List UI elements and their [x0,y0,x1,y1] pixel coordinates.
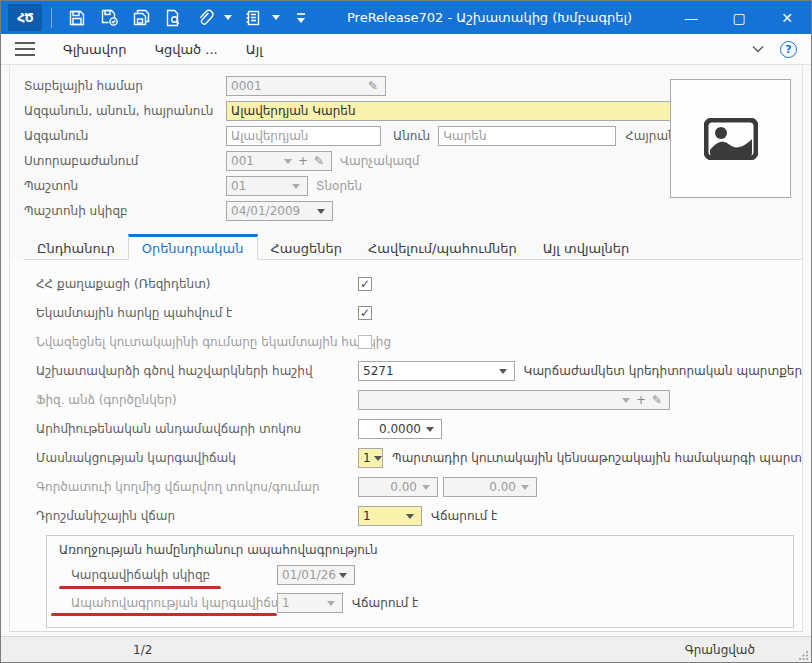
insurance-status-start-label: Կարգավիճակի սկիզբ [71,568,277,582]
window-controls: — ▢ ✕ [667,1,811,34]
save-icon[interactable] [64,5,90,31]
edit-pencil-icon[interactable]: ✎ [368,79,378,93]
employee-photo-placeholder[interactable] [670,79,791,198]
position-start-label: Պաշտոնի սկիզբ [24,204,226,218]
firstname-label: Անուն [393,129,430,143]
journal-dropdown-icon[interactable] [269,15,283,20]
firstname-field[interactable]: Կարեն [438,126,616,146]
tab-additions-deductions[interactable]: Հավելում/պահումներ [355,234,530,259]
menubar: Գլխավոր Կցված ... Այլ ? [1,34,811,65]
income-tax-label: Եկամտային հարկը պահվում է [36,306,358,320]
employer-percent-combo[interactable]: 0.00 [358,477,438,497]
edit-pencil-icon[interactable]: ✎ [314,154,324,168]
salary-account-label: Աշխատավարձի գծով հաշվարկների հաշիվ [36,364,358,378]
physical-person-combo[interactable]: + ✎ [358,390,670,410]
overflow-icon[interactable] [288,5,314,31]
tab-other-data[interactable]: Այլ տվյալներ [530,234,643,259]
participation-status-note: Պարտադիր կուտակային կենսաթոշակային համակ… [392,451,802,465]
red-underline-annotation [51,613,277,616]
fullname-field[interactable]: Ալավերդյան Կարեն [226,101,678,121]
dropdown-arrow-icon[interactable] [622,398,630,403]
employer-paid-label: Գործատուի կողմից վճարվող տոկոս/գումար [36,480,358,494]
dropdown-arrow-icon[interactable] [422,485,430,490]
insurance-status-label: Ապահովագրության կարգավիճակ [71,596,277,610]
salary-account-combo[interactable]: 5271 [358,361,515,381]
menu-item-main[interactable]: Գլխավոր [63,42,126,57]
dropdown-arrow-icon[interactable] [284,159,292,164]
union-fee-label: Արհմիութենական անդամավճարի տոկոս [36,422,358,436]
union-fee-combo[interactable]: 0.0000 [358,419,442,439]
employer-amount-combo[interactable]: 0.00 [443,477,537,497]
tabel-number-field[interactable]: 0001 ✎ [226,76,386,96]
add-icon[interactable]: + [636,393,646,407]
participation-status-combo[interactable]: 1 [358,448,383,468]
lastname-field[interactable]: Ալավերդյան [226,126,381,146]
titlebar: ՀԾ [1,1,811,34]
salary-account-name: Կարճաժամկետ կրեդիտորական պարտքեր [524,364,802,378]
insurance-status-start-combo[interactable]: 01/01/26 [277,565,355,585]
dropdown-arrow-icon[interactable] [521,485,529,490]
dropdown-arrow-icon[interactable] [426,427,434,432]
save-new-icon[interactable] [128,5,154,31]
stamp-fee-label: Դրոշմանիշային վճար [36,509,358,523]
dropdown-arrow-icon[interactable] [339,573,347,578]
resident-label: ՀՀ քաղաքացի (Ռեզիդենտ) [36,277,358,291]
insurance-group-title: Առողջության համընդհանուր ապահովագրությու… [47,541,793,565]
page-indicator: 1/2 [133,643,152,657]
tab-general[interactable]: Ընդհանուր [24,234,128,259]
insurance-groupbox: Առողջության համընդհանուր ապահովագրությու… [46,535,794,628]
position-combo[interactable]: 01 [226,176,308,196]
tab-strip: Ընդհանուր Օրենսդրական Հասցեներ Հավելում/… [24,234,802,260]
add-icon[interactable]: + [298,154,308,168]
employee-header: Տաբելային համար 0001 ✎ Ազգանուն, անուն, … [10,65,802,228]
position-start-combo[interactable]: 04/01/2009 [226,201,333,221]
window-title: PreRelease702 - Աշխատակից (Խմբագրել) [347,10,632,25]
hamburger-icon[interactable] [15,42,35,56]
resident-checkbox[interactable]: ✓ [358,277,372,291]
dropdown-arrow-icon[interactable] [374,456,382,461]
department-name: Վարչակազմ [340,154,419,168]
toolbar-separator [51,8,52,28]
statusbar: 1/2 Գրանցված [1,636,811,662]
journal-icon[interactable] [240,5,266,31]
tab-addresses[interactable]: Հասցեներ [258,234,355,259]
tab-legislative[interactable]: Օրենսդրական [128,234,258,260]
dropdown-arrow-icon[interactable] [327,601,335,606]
tabel-number-label: Տաբելային համար [24,79,226,93]
resize-grip[interactable] [799,650,809,660]
close-button[interactable]: ✕ [763,1,811,34]
save-close-icon[interactable] [96,5,122,31]
dropdown-arrow-icon[interactable] [292,184,300,189]
edit-pencil-icon[interactable]: ✎ [652,393,662,407]
menu-item-other[interactable]: Այլ [246,42,263,57]
physical-person-label: Ֆիզ. անձ (գործընկեր) [36,393,358,407]
participation-status-label: Մասնակցության կարգավիճակ [36,451,358,465]
stamp-fee-combo[interactable]: 1 [358,506,422,526]
preview-icon[interactable] [160,5,186,31]
form-panel: Տաբելային համար 0001 ✎ Ազգանուն, անուն, … [9,65,803,632]
fullname-label: Ազգանուն, անուն, հայրանուն [24,104,226,118]
dropdown-arrow-icon[interactable] [317,209,325,214]
app-window: ՀԾ [0,0,812,663]
legislative-tab-content: ՀՀ քաղաքացի (Ռեզիդենտ) ✓ Եկամտային հարկը… [10,260,802,632]
dropdown-arrow-icon[interactable] [406,514,414,519]
app-logo: ՀԾ [8,4,42,31]
image-icon [704,118,758,160]
help-icon[interactable]: ? [780,41,797,58]
insurance-status-combo[interactable]: 1 [277,593,343,613]
minimize-button[interactable]: — [667,1,715,34]
department-combo[interactable]: 001 + ✎ [226,151,332,171]
dropdown-arrow-icon[interactable] [499,369,507,374]
position-label: Պաշտոն [24,179,226,193]
reduce-cumulative-label: Նվազեցնել կուտակայինի գումարը եկամտային … [36,335,358,349]
chevron-down-icon[interactable] [752,45,764,53]
department-label: Ստորաբաժանում [24,154,226,168]
menu-item-attached[interactable]: Կցված ... [154,42,217,57]
insurance-status-note: Վճարում է [352,596,418,610]
maximize-button[interactable]: ▢ [715,1,763,34]
income-tax-checkbox[interactable]: ✓ [358,306,372,320]
attachment-icon[interactable] [192,5,218,31]
reduce-cumulative-checkbox[interactable] [358,335,372,349]
stamp-fee-note: Վճարում է [431,509,497,523]
attachment-dropdown-icon[interactable] [221,15,235,20]
